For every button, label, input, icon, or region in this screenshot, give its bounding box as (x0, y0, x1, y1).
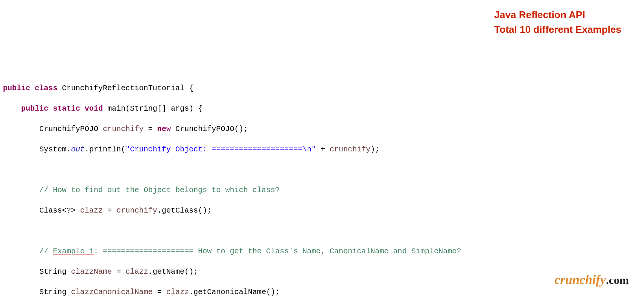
header-overlay: Java Reflection API Total 10 different E… (494, 8, 621, 37)
code-line: String clazzCanonicalName = clazz.getCan… (3, 287, 644, 296)
code-line: public static void main(String[] args) { (3, 103, 644, 114)
logo: crunchify.com (549, 256, 629, 288)
code-line: // Example 1: ==================== How t… (3, 246, 644, 256)
code-line: CrunchifyPOJO crunchify = new CrunchifyP… (3, 124, 644, 134)
code-line: String clazzName = clazz.getName(); (3, 267, 644, 277)
code-line: // How to find out the Object belongs to… (3, 185, 644, 195)
code-line: public class CrunchifyReflectionTutorial… (3, 83, 644, 93)
header-line1: Java Reflection API (494, 8, 621, 22)
code-line: System.out.println("Crunchify Object: ==… (3, 144, 644, 154)
header-line2: Total 10 different Examples (494, 22, 621, 37)
logo-script: crunchify (554, 273, 606, 287)
blank-line (3, 165, 644, 175)
code-line: Class<?> clazz = crunchify.getClass(); (3, 205, 644, 216)
blank-line (3, 226, 644, 236)
logo-suffix: .com (606, 274, 629, 286)
